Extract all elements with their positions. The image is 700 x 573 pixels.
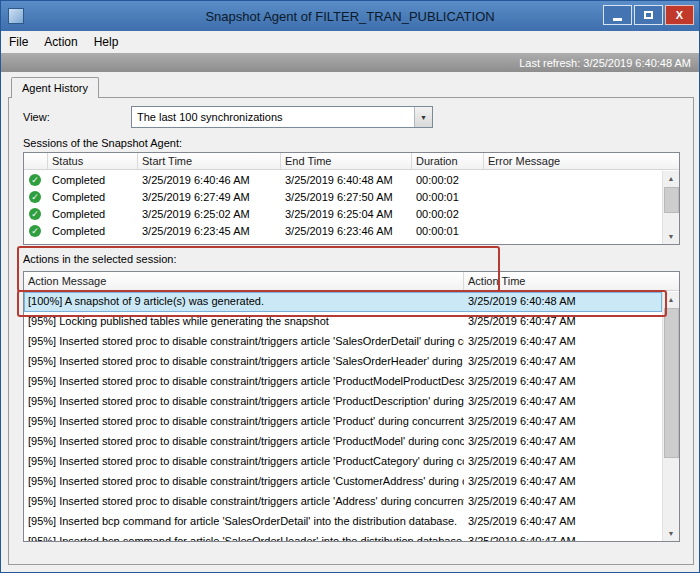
actions-scrollbar[interactable]: ▲ ▼ [662, 292, 679, 541]
session-end: 3/25/2019 6:27:50 AM [281, 191, 412, 203]
column-header-duration[interactable]: Duration [412, 153, 484, 169]
window-title: Snapshot Agent of FILTER_TRAN_PUBLICATIO… [1, 9, 699, 24]
action-message: [95%] Inserted stored proc to disable co… [24, 372, 464, 392]
scrollbar-thumb[interactable] [664, 308, 679, 458]
minimize-icon [613, 18, 622, 21]
column-header-action-message[interactable]: Action Message [24, 272, 464, 290]
action-message: [95%] Inserted bcp command for article '… [24, 532, 464, 541]
sessions-table: Status Start Time End Time Duration Erro… [23, 152, 680, 245]
session-duration: 00:00:01 [412, 225, 484, 237]
close-button[interactable]: X [665, 5, 694, 25]
action-time: 3/25/2019 6:40:47 AM [464, 452, 662, 472]
table-row[interactable]: ✓ Completed 3/25/2019 6:27:49 AM 3/25/20… [24, 188, 662, 205]
view-dropdown-value: The last 100 synchronizations [132, 111, 414, 123]
action-message: [95%] Inserted stored proc to disable co… [24, 392, 464, 412]
table-row[interactable]: [95%] Inserted stored proc to disable co… [24, 352, 662, 372]
scrollbar-thumb[interactable] [664, 187, 679, 213]
table-row[interactable]: ✓ Completed 3/25/2019 6:25:02 AM 3/25/20… [24, 205, 662, 222]
action-time: 3/25/2019 6:40:47 AM [464, 432, 662, 452]
action-message: [95%] Inserted stored proc to disable co… [24, 452, 464, 472]
minimize-button[interactable] [603, 5, 632, 25]
status-strip: Last refresh: 3/25/2019 6:40:48 AM [1, 53, 699, 72]
table-row[interactable]: ✓ Completed 3/25/2019 6:40:46 AM 3/25/20… [24, 171, 662, 188]
action-time: 3/25/2019 6:40:48 AM [464, 292, 662, 312]
action-time: 3/25/2019 6:40:47 AM [464, 412, 662, 432]
column-header-status[interactable]: Status [48, 153, 138, 169]
column-header-action-time[interactable]: Action Time [464, 272, 679, 290]
table-row[interactable]: [95%] Inserted stored proc to disable co… [24, 412, 662, 432]
table-row[interactable]: [95%] Inserted bcp command for article '… [24, 532, 662, 541]
menu-help[interactable]: Help [86, 32, 127, 52]
table-row[interactable]: [95%] Inserted stored proc to disable co… [24, 392, 662, 412]
column-header-start-time[interactable]: Start Time [138, 153, 281, 169]
menu-file[interactable]: File [1, 32, 36, 52]
action-time: 3/25/2019 6:40:47 AM [464, 392, 662, 412]
status-completed-icon: ✓ [29, 225, 41, 237]
caption-buttons: X [603, 5, 694, 25]
sessions-scrollbar[interactable]: ▲ ▼ [662, 171, 679, 244]
last-refresh-text: Last refresh: 3/25/2019 6:40:48 AM [519, 57, 691, 69]
status-completed-icon: ✓ [29, 174, 41, 186]
tab-label: Agent History [22, 82, 88, 94]
actions-body: [100%] A snapshot of 9 article(s) was ge… [24, 292, 662, 541]
tab-agent-history[interactable]: Agent History [11, 77, 99, 98]
sessions-body: ✓ Completed 3/25/2019 6:40:46 AM 3/25/20… [24, 171, 662, 244]
column-header-error-message[interactable]: Error Message [484, 153, 679, 169]
table-row[interactable]: [95%] Inserted stored proc to disable co… [24, 432, 662, 452]
action-time: 3/25/2019 6:40:47 AM [464, 332, 662, 352]
session-end: 3/25/2019 6:25:04 AM [281, 208, 412, 220]
session-duration: 00:00:01 [412, 191, 484, 203]
session-duration: 00:00:02 [412, 208, 484, 220]
table-row[interactable]: [95%] Inserted stored proc to disable co… [24, 492, 662, 512]
sessions-header: Status Start Time End Time Duration Erro… [24, 153, 679, 170]
action-time: 3/25/2019 6:40:47 AM [464, 312, 662, 332]
menu-bar: File Action Help [1, 31, 699, 53]
session-end: 3/25/2019 6:23:46 AM [281, 225, 412, 237]
action-time: 3/25/2019 6:40:47 AM [464, 512, 662, 532]
session-duration: 00:00:02 [412, 174, 484, 186]
column-header-end-time[interactable]: End Time [281, 153, 412, 169]
scroll-up-icon[interactable]: ▲ [663, 171, 679, 186]
menu-action[interactable]: Action [36, 32, 85, 52]
actions-label: Actions in the selected session: [23, 253, 176, 265]
titlebar: Snapshot Agent of FILTER_TRAN_PUBLICATIO… [1, 1, 699, 31]
status-completed-icon: ✓ [29, 208, 41, 220]
table-row[interactable]: [95%] Inserted stored proc to disable co… [24, 332, 662, 352]
scroll-up-icon[interactable]: ▲ [663, 292, 679, 307]
chevron-down-icon[interactable]: ▼ [414, 107, 432, 127]
table-row[interactable]: [95%] Inserted stored proc to disable co… [24, 452, 662, 472]
maximize-icon [644, 11, 653, 19]
actions-header: Action Message Action Time [24, 272, 679, 291]
table-row[interactable]: ✓ Completed 3/25/2019 6:23:45 AM 3/25/20… [24, 222, 662, 239]
session-start: 3/25/2019 6:25:02 AM [138, 208, 281, 220]
session-status: Completed [48, 208, 138, 220]
table-row[interactable]: [95%] Locking published tables while gen… [24, 312, 662, 332]
action-message: [95%] Inserted stored proc to disable co… [24, 332, 464, 352]
scroll-down-icon[interactable]: ▼ [663, 229, 679, 244]
action-message: [95%] Inserted stored proc to disable co… [24, 432, 464, 452]
session-start: 3/25/2019 6:27:49 AM [138, 191, 281, 203]
session-start: 3/25/2019 6:23:45 AM [138, 225, 281, 237]
maximize-button[interactable] [634, 5, 663, 25]
view-dropdown[interactable]: The last 100 synchronizations ▼ [131, 106, 433, 128]
action-time: 3/25/2019 6:40:47 AM [464, 492, 662, 512]
action-message: [95%] Inserted stored proc to disable co… [24, 412, 464, 432]
session-status: Completed [48, 174, 138, 186]
session-status: Completed [48, 225, 138, 237]
table-row[interactable]: [95%] Inserted bcp command for article '… [24, 512, 662, 532]
column-header-status-icon[interactable] [24, 153, 48, 169]
action-message: [100%] A snapshot of 9 article(s) was ge… [24, 292, 464, 312]
action-message: [95%] Inserted stored proc to disable co… [24, 492, 464, 512]
table-row[interactable]: [95%] Inserted stored proc to disable co… [24, 372, 662, 392]
sessions-label: Sessions of the Snapshot Agent: [23, 137, 182, 149]
view-label: View: [23, 111, 50, 123]
action-time: 3/25/2019 6:40:47 AM [464, 352, 662, 372]
action-time: 3/25/2019 6:40:47 AM [464, 472, 662, 492]
table-row-selected[interactable]: [100%] A snapshot of 9 article(s) was ge… [24, 292, 662, 312]
session-status: Completed [48, 191, 138, 203]
action-time: 3/25/2019 6:40:47 AM [464, 372, 662, 392]
close-icon: X [676, 9, 683, 21]
table-row[interactable]: [95%] Inserted stored proc to disable co… [24, 472, 662, 492]
scroll-down-icon[interactable]: ▼ [663, 526, 679, 541]
snapshot-agent-window: Snapshot Agent of FILTER_TRAN_PUBLICATIO… [0, 0, 700, 573]
